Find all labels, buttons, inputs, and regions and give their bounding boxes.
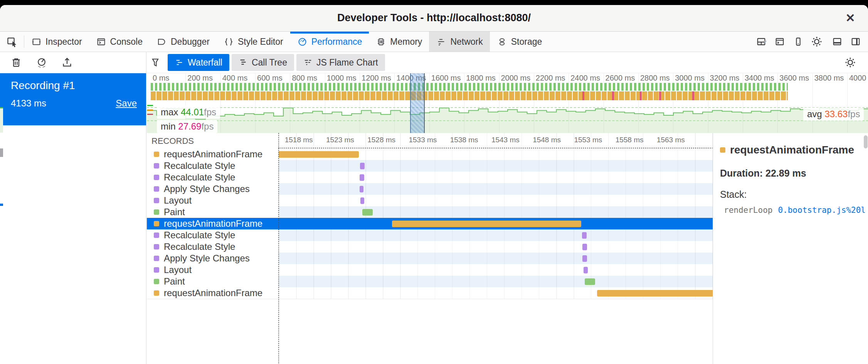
tab-memory[interactable]: Memory <box>369 32 429 52</box>
record-type-swatch <box>154 290 159 296</box>
tab-label: Network <box>450 37 483 47</box>
waterfall-row[interactable] <box>279 195 713 206</box>
call-tree-view-button[interactable]: Call Tree <box>232 54 294 71</box>
filter-button[interactable] <box>150 54 165 71</box>
record-row[interactable]: requestAnimationFrame <box>147 287 279 299</box>
recording-item[interactable]: Recording #1 4133 ms Save <box>0 73 146 125</box>
jank-marker <box>582 91 584 100</box>
split-console-button[interactable] <box>771 32 788 52</box>
waterfall-bar[interactable] <box>585 278 595 285</box>
waterfall-bar[interactable] <box>279 151 359 158</box>
settings-button[interactable] <box>808 32 825 52</box>
waterfall-bar[interactable] <box>362 209 373 216</box>
waterfall-bar[interactable] <box>360 186 363 192</box>
waterfall-bar[interactable] <box>582 232 587 239</box>
responsive-mode-button[interactable] <box>790 32 807 52</box>
waterfall-row[interactable] <box>279 160 713 172</box>
records-waterfall-divider[interactable] <box>278 133 279 364</box>
jank-marker <box>612 91 614 100</box>
save-recording-link[interactable]: Save <box>116 98 137 109</box>
record-row[interactable]: Recalculate Style <box>147 172 279 183</box>
jank-marker <box>659 91 661 100</box>
tab-storage[interactable]: Storage <box>490 32 549 52</box>
record-row[interactable]: Recalculate Style <box>147 241 279 253</box>
record-row[interactable]: Layout <box>147 264 279 276</box>
waterfall-bar[interactable] <box>360 163 365 169</box>
marker-duration: Duration: 22.89 ms <box>720 168 868 179</box>
waterfall-row[interactable] <box>279 172 713 183</box>
dock-to-side-icon <box>850 36 861 47</box>
tab-style-editor[interactable]: Style Editor <box>217 32 290 52</box>
record-row[interactable]: Apply Style Changes <box>147 183 279 195</box>
tab-inspector[interactable]: Inspector <box>24 32 89 52</box>
dock-side-picker-button[interactable]: ▾ <box>753 32 770 52</box>
clear-recordings-button[interactable] <box>8 54 25 71</box>
fps-min-badge: min 27.69fps <box>157 120 217 133</box>
record-row[interactable]: Recalculate Style <box>147 160 279 172</box>
frame-source-link[interactable]: 0.bootstrap.js%20l <box>778 206 866 215</box>
edge-artifact-green <box>0 107 3 133</box>
record-label: Paint <box>164 276 185 287</box>
overview-selection[interactable] <box>410 73 424 133</box>
recording-overview[interactable]: 0 ms200 ms400 ms600 ms800 ms1000 ms1200 … <box>147 73 868 133</box>
marker-type-swatch <box>720 147 725 153</box>
waterfall-view-button[interactable]: Waterfall <box>168 54 229 71</box>
pick-element-button[interactable] <box>0 32 24 52</box>
dock-to-side-button[interactable] <box>847 32 864 52</box>
performance-settings-button[interactable] <box>845 54 863 71</box>
fps-min-line <box>147 120 868 121</box>
screen: Developer Tools - http://localhost:8080/… <box>0 0 868 364</box>
record-type-swatch <box>154 198 159 203</box>
import-recording-button[interactable] <box>59 54 76 71</box>
waterfall-bar[interactable] <box>597 290 713 297</box>
record-row[interactable]: Recalculate Style <box>147 229 279 241</box>
js-flame-chart-view-button[interactable]: JS Flame Chart <box>296 54 385 71</box>
record-row[interactable]: Paint <box>147 276 279 287</box>
view-label: Call Tree <box>252 57 287 68</box>
waterfall-tick-label: 1558 ms <box>616 136 644 144</box>
tab-console[interactable]: Console <box>89 32 150 52</box>
chevron-down-icon: ▾ <box>764 38 767 45</box>
record-row[interactable]: Paint <box>147 206 279 218</box>
waterfall-row[interactable] <box>279 229 713 241</box>
record-label: Recalculate Style <box>164 172 235 183</box>
waterfall-bar[interactable] <box>582 244 587 250</box>
record-row[interactable]: requestAnimationFrame <box>147 218 279 229</box>
waterfall-bar[interactable] <box>360 174 364 181</box>
tab-debugger[interactable]: Debugger <box>150 32 217 52</box>
waterfall-row[interactable] <box>279 264 713 276</box>
waterfall-row[interactable] <box>279 218 713 229</box>
recordings-sidebar: Recording #1 4133 ms Save <box>0 52 146 364</box>
tab-performance[interactable]: Performance <box>290 32 369 52</box>
framerate-graph[interactable] <box>147 103 868 133</box>
dock-to-bottom-button[interactable] <box>829 32 846 52</box>
waterfall-row[interactable] <box>279 241 713 253</box>
waterfall-detail: RECORDS requestAnimationFrameRecalculate… <box>147 133 868 364</box>
waterfall-tick-label: 1563 ms <box>657 136 685 144</box>
waterfall-bar[interactable] <box>582 255 587 262</box>
waterfall-row[interactable] <box>279 287 713 299</box>
waterfall-row[interactable] <box>279 183 713 195</box>
performance-panel: Waterfall Call Tree JS Flame Chart 0 ms2… <box>147 52 868 364</box>
tab-network[interactable]: Network <box>429 32 490 52</box>
waterfall-tick-label: 1518 ms <box>285 136 313 144</box>
record-row[interactable]: Apply Style Changes <box>147 253 279 264</box>
record-label: Apply Style Changes <box>164 253 250 264</box>
waterfall-row[interactable] <box>279 276 713 287</box>
stack-frame: renderLoop0.bootstrap.js%20l <box>720 206 868 215</box>
waterfall-bar[interactable] <box>584 267 588 273</box>
waterfall-tick-label: 1528 ms <box>367 136 395 144</box>
waterfall-row[interactable] <box>279 206 713 218</box>
record-row[interactable]: requestAnimationFrame <box>147 148 279 160</box>
waterfall-row[interactable] <box>279 148 713 160</box>
record-label: Layout <box>164 265 192 275</box>
waterfall-bar[interactable] <box>392 221 581 227</box>
waterfall-bar[interactable] <box>360 197 364 204</box>
recording-duration: 4133 ms <box>11 98 46 109</box>
dom-event-markers <box>151 83 788 91</box>
record-row[interactable]: Layout <box>147 195 279 206</box>
scrollbar-thumb[interactable] <box>864 135 868 148</box>
record-button[interactable] <box>33 54 50 71</box>
close-button[interactable]: ✕ <box>843 10 858 26</box>
waterfall-row[interactable] <box>279 253 713 264</box>
